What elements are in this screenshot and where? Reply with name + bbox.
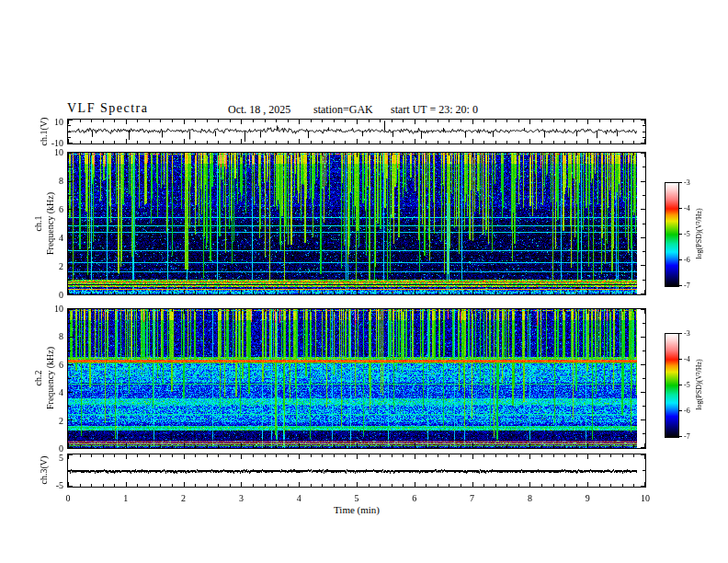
x-tick [137, 445, 138, 448]
x-tick [137, 141, 138, 144]
x-tick [253, 153, 254, 155]
x-tick [438, 153, 438, 155]
x-tick [126, 482, 127, 487]
x-tick [334, 153, 335, 155]
x-tick [265, 445, 266, 448]
colorbar-tick-label: -4 [684, 204, 690, 213]
x-tick [299, 309, 300, 314]
x-tick [184, 443, 185, 448]
x-tick [426, 309, 427, 312]
x-tick [103, 120, 104, 122]
x-tick [311, 445, 312, 448]
x-tick [392, 292, 392, 294]
x-tick [126, 120, 127, 124]
x-tick [126, 454, 127, 459]
x-tick [334, 454, 335, 457]
x-tick [207, 120, 208, 122]
y-tick [68, 132, 71, 132]
x-tick [207, 454, 208, 457]
x-tick [230, 454, 231, 457]
colorbar-tick [678, 285, 682, 286]
x-tick [253, 120, 254, 122]
x-tick [172, 153, 173, 155]
x-tick [149, 292, 150, 294]
x-tick [518, 309, 519, 312]
x-tick [322, 120, 323, 122]
x-tick [587, 482, 588, 487]
x-tick [518, 445, 519, 448]
x-tick [553, 292, 554, 294]
x-tick [564, 484, 565, 487]
x-tick [529, 482, 530, 487]
x-tick [622, 292, 623, 294]
x-tick [345, 153, 346, 155]
y-tick [643, 251, 645, 252]
x-tick [322, 309, 323, 312]
time-tick-label: 5 [355, 493, 359, 503]
x-tick [553, 309, 554, 312]
x-tick [472, 443, 473, 448]
x-tick [357, 153, 358, 157]
x-tick [564, 141, 565, 144]
y-tick [68, 309, 73, 310]
x-tick [241, 153, 242, 157]
x-tick [633, 454, 634, 457]
x-tick [529, 139, 530, 144]
y-tick [641, 392, 645, 393]
x-tick [207, 445, 208, 448]
x-tick [160, 153, 161, 155]
x-tick [610, 141, 611, 144]
x-tick [518, 120, 519, 122]
x-tick [553, 153, 554, 155]
x-tick [369, 141, 370, 144]
x-tick [541, 120, 542, 122]
x-tick [334, 484, 335, 487]
x-tick [91, 292, 92, 294]
x-tick [80, 292, 81, 294]
x-tick [403, 484, 404, 487]
x-tick [160, 309, 161, 312]
y-tick [68, 392, 73, 393]
x-tick [149, 454, 150, 457]
y-tick [641, 454, 645, 455]
x-tick [80, 309, 81, 312]
x-tick [392, 120, 392, 122]
x-tick [334, 309, 335, 312]
x-tick [91, 454, 92, 457]
ch1-waveform-panel [67, 119, 646, 144]
x-tick [172, 292, 173, 294]
x-tick [610, 454, 611, 457]
y-tick [641, 209, 645, 210]
x-tick [610, 445, 611, 448]
x-tick [241, 139, 242, 144]
x-tick [415, 153, 415, 157]
x-tick [311, 309, 312, 312]
x-tick [114, 141, 115, 144]
x-tick [334, 120, 335, 122]
y-tick [643, 224, 645, 224]
x-tick [265, 153, 266, 155]
x-tick [576, 292, 577, 294]
x-tick [126, 290, 127, 294]
x-tick [195, 484, 196, 487]
freq-tick-label: 8 [59, 176, 63, 186]
x-tick [369, 120, 370, 122]
x-tick [495, 292, 496, 294]
x-tick [541, 292, 542, 294]
x-tick [587, 120, 588, 124]
x-tick [207, 309, 208, 312]
x-tick [91, 120, 92, 122]
x-tick [299, 482, 300, 487]
x-tick [403, 120, 404, 122]
x-tick [506, 153, 507, 155]
freq-tick-label: 6 [59, 204, 63, 214]
x-tick [483, 309, 484, 312]
freq-tick-label: 4 [59, 233, 63, 243]
x-tick [230, 120, 231, 122]
x-tick [587, 139, 588, 144]
x-tick [369, 292, 370, 294]
ch2-spectrogram-canvas [68, 309, 637, 448]
x-tick [426, 454, 427, 457]
ch1-spectrogram-panel [67, 152, 646, 295]
x-tick [288, 292, 289, 294]
